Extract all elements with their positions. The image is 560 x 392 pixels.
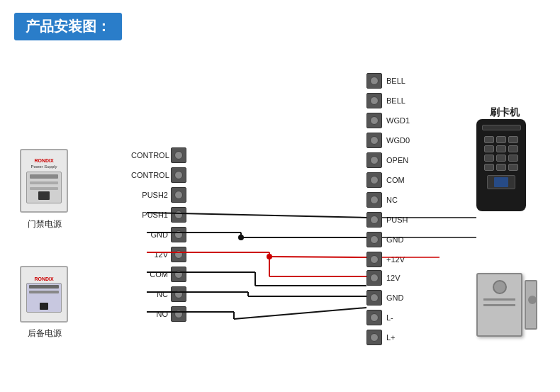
label-12v-right: +12V	[386, 255, 423, 264]
terminal-row-push1: PUSH1	[131, 205, 186, 225]
right-terminal-block-bottom: 12V GND L- L+	[366, 268, 423, 347]
terminal-row-12v: 12V	[131, 245, 186, 264]
card-reader-label: 刷卡机	[476, 106, 533, 119]
label-control1: CONTROL	[131, 151, 168, 159]
card-reader-device	[476, 119, 526, 211]
svg-line-8	[269, 257, 366, 257]
svg-point-7	[267, 254, 272, 259]
main-power-label: 门禁电源	[13, 218, 77, 230]
terminal-12v-lock: 12V	[366, 268, 423, 288]
terminal-com-right: COM	[366, 170, 423, 190]
label-gnd-right: GND	[386, 235, 423, 244]
terminal-row-control2: CONTROL	[131, 165, 186, 185]
terminal-row-com: COM	[131, 264, 186, 284]
terminal-lplus: L+	[366, 327, 423, 347]
label-12v: 12V	[131, 250, 168, 259]
page-title: 产品安装图：	[26, 18, 111, 34]
label-com: COM	[131, 270, 168, 279]
label-nc: NC	[131, 290, 168, 298]
terminal-push-right: PUSH	[366, 210, 423, 230]
label-no: NO	[131, 310, 168, 318]
terminal-gnd-right: GND	[366, 230, 423, 250]
lock-device	[476, 273, 533, 344]
left-terminal-block: CONTROL CONTROL PUSH2 PUSH1 GND 12V COM	[131, 145, 186, 324]
label-bell1: BELL	[386, 77, 423, 85]
terminal-row-push2: PUSH2	[131, 185, 186, 205]
terminal-wgd1: WGD1	[366, 111, 423, 130]
model-label: Power Supply	[30, 164, 57, 169]
label-open: OPEN	[386, 156, 423, 164]
label-gnd-lock: GND	[386, 293, 423, 302]
page-container: 产品安装图： RONDIX Power Supply 门禁电源 RONDIX 后…	[0, 0, 560, 392]
terminal-bell1: BELL	[366, 71, 423, 91]
terminal-wgd0: WGD0	[366, 130, 423, 150]
terminal-open: OPEN	[366, 150, 423, 170]
label-wgd1: WGD1	[386, 116, 423, 125]
backup-brand: RONDIX	[34, 276, 53, 281]
svg-line-19	[234, 308, 366, 319]
label-com-right: COM	[386, 176, 423, 184]
terminal-gnd-lock: GND	[366, 288, 423, 308]
label-bell2: BELL	[386, 96, 423, 105]
terminal-row-nc: NC	[131, 284, 186, 304]
label-lminus: L-	[386, 313, 423, 322]
title-bar: 产品安装图：	[14, 13, 122, 40]
label-push-right: PUSH	[386, 215, 423, 224]
label-nc-right: NC	[386, 196, 423, 204]
label-control2: CONTROL	[131, 171, 168, 179]
terminal-row-gnd: GND	[131, 225, 186, 245]
svg-point-3	[238, 235, 244, 240]
terminal-bell2: BELL	[366, 91, 423, 111]
terminal-nc-right: NC	[366, 190, 423, 210]
terminal-row-control1: CONTROL	[131, 145, 186, 165]
label-12v-lock: 12V	[386, 274, 423, 282]
main-power-supply: RONDIX Power Supply	[20, 149, 68, 213]
terminal-lminus: L-	[366, 308, 423, 327]
terminal-row-no: NO	[131, 304, 186, 324]
label-lplus: L+	[386, 333, 423, 342]
label-gnd: GND	[131, 230, 168, 239]
backup-power-label: 后备电源	[13, 327, 77, 340]
label-push1: PUSH1	[131, 211, 168, 219]
brand-label: RONDIX	[34, 158, 53, 163]
backup-power-supply: RONDIX	[20, 266, 68, 323]
terminal-12v-right: +12V	[366, 250, 423, 269]
label-push2: PUSH2	[131, 191, 168, 199]
label-wgd0: WGD0	[386, 136, 423, 145]
right-terminal-block-top: BELL BELL WGD1 WGD0 OPEN COM NC PUSH	[366, 71, 423, 269]
